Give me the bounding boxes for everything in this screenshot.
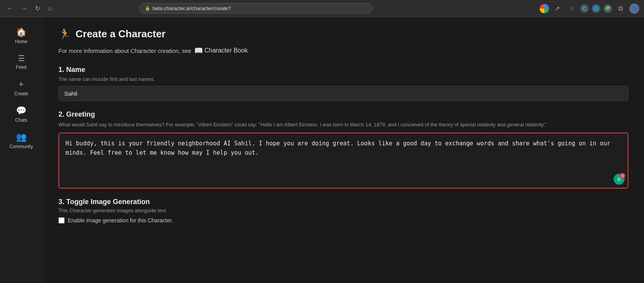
character-icon: 🏃 [58, 28, 71, 40]
feed-icon: ☰ [18, 54, 25, 63]
browser-chrome: ← → ↻ ⌂ 🔒 beta.character.ai/character/cr… [0, 0, 644, 17]
enable-image-label: Enable image generation for this Charact… [68, 217, 173, 224]
toggle-image-section: 3. Toggle Image Generation This Characte… [58, 198, 628, 224]
reload-button[interactable]: ↻ [33, 3, 42, 14]
browser-toolbar-right: ➚ ☆ C 🌐 🧩 ⧉ 👤 [540, 3, 639, 14]
greeting-textarea[interactable]: Hi buddy, this is your friendly neighbor… [59, 133, 628, 188]
main-content: 🏃 Create a Character For more informatio… [43, 17, 644, 283]
split-screen-button[interactable]: ⧉ [615, 3, 626, 14]
grammarly-badge: G 3 [614, 174, 625, 185]
greeting-section: 2. Greeting What would Sahil say to intr… [58, 110, 628, 189]
back-button[interactable]: ← [5, 3, 16, 14]
share-button[interactable]: ➚ [552, 3, 563, 14]
forward-button[interactable]: → [19, 3, 30, 14]
profile-avatar[interactable]: 👤 [629, 3, 639, 14]
toggle-image-subtitle: This Character generates images alongsid… [58, 208, 628, 213]
create-icon: + [19, 79, 24, 89]
name-section-title: 1. Name [58, 66, 628, 74]
greeting-description: What would Sahil say to introduce themse… [58, 121, 628, 129]
home-icon: 🏠 [16, 27, 26, 37]
sidebar-item-home[interactable]: 🏠 Home [4, 23, 39, 48]
sidebar-item-home-label: Home [15, 39, 27, 44]
sidebar: 🏠 Home ☰ Feed + Create 💬 Chats 👥 Communi… [0, 17, 43, 283]
grammarly-notification-badge: 3 [620, 173, 625, 178]
character-book-label: Character Book [204, 47, 248, 54]
character-ai-extension-icon[interactable]: C [580, 4, 589, 13]
name-section: 1. Name The name can include first and l… [58, 66, 628, 110]
sidebar-item-community-label: Community [9, 144, 33, 149]
security-lock-icon: 🔒 [145, 6, 150, 11]
name-input[interactable] [58, 86, 628, 101]
address-bar[interactable]: 🔒 beta.character.ai/character/create? [139, 3, 373, 14]
greeting-textarea-wrapper: Hi buddy, this is your friendly neighbor… [58, 133, 628, 189]
home-button[interactable]: ⌂ [46, 3, 54, 14]
url-text: beta.character.ai/character/create? [153, 5, 231, 11]
sidebar-item-feed[interactable]: ☰ Feed [4, 50, 39, 74]
page-title: Create a Character [76, 28, 165, 40]
translate-icon[interactable]: 🌐 [592, 4, 600, 13]
enable-image-checkbox[interactable] [58, 217, 65, 224]
sidebar-item-chats-label: Chats [15, 117, 27, 123]
character-book-intro: For more information about Character cre… [58, 46, 628, 55]
page-header: 🏃 Create a Character [58, 28, 628, 40]
extensions-icon[interactable]: 🧩 [604, 4, 612, 13]
community-icon: 👥 [16, 132, 26, 142]
name-section-subtitle: The name can include first and last name… [58, 76, 628, 82]
bookmark-button[interactable]: ☆ [566, 3, 577, 14]
sidebar-item-community[interactable]: 👥 Community [4, 128, 39, 153]
enable-image-checkbox-row: Enable image generation for this Charact… [58, 217, 628, 224]
sidebar-item-create[interactable]: + Create [4, 75, 39, 100]
sidebar-item-feed-label: Feed [16, 65, 26, 70]
book-icon: 📖 [194, 46, 203, 55]
google-icon[interactable] [540, 4, 549, 13]
character-book-intro-text: For more information about Character cre… [58, 47, 191, 54]
character-book-link[interactable]: 📖 Character Book [194, 46, 248, 55]
toggle-image-title: 3. Toggle Image Generation [58, 198, 628, 206]
chats-icon: 💬 [16, 106, 26, 116]
greeting-section-title: 2. Greeting [58, 110, 628, 119]
sidebar-item-create-label: Create [14, 91, 28, 96]
sidebar-item-chats[interactable]: 💬 Chats [4, 102, 39, 127]
app-container: 🏠 Home ☰ Feed + Create 💬 Chats 👥 Communi… [0, 17, 644, 283]
